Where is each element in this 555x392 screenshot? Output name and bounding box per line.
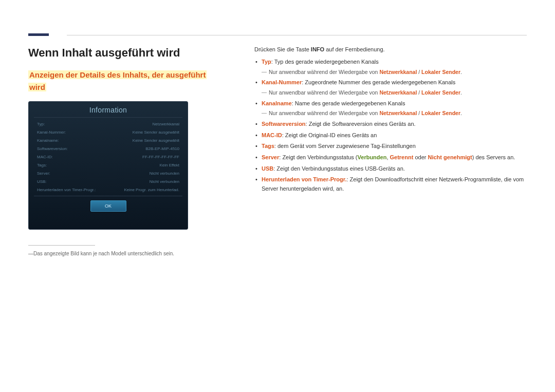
list-item: Tags: dem Gerät vom Server zugewiesene T…: [254, 142, 527, 151]
sub-note: Nur anwendbar während der Wiedergabe von…: [262, 109, 527, 118]
footnote: ―Das angezeigte Bild kann je nach Modell…: [28, 251, 213, 256]
intro-text: Drücken Sie die Taste INFO auf der Fernb…: [254, 46, 527, 52]
list-item: USB: Zeigt den Verbindungsstatus eines U…: [254, 164, 527, 174]
list-item: Kanal-Nummer: Zugeordnete Nummer des ger…: [254, 78, 527, 97]
row-label: Kanalname:: [37, 138, 59, 143]
row-label: Server:: [37, 171, 50, 176]
list-item: MAC-ID: Zeigt die Original-ID eines Gerä…: [254, 131, 527, 140]
table-row: USB:Nicht verbunden: [36, 177, 180, 185]
table-row: Typ:Netzwerkkanal: [36, 120, 180, 128]
table-row: Tags:Kein Effekt: [36, 161, 180, 169]
row-label: Kanal-Nummer:: [37, 130, 66, 135]
footnote-rule: [28, 245, 95, 246]
sub-note: Nur anwendbar während der Wiedergabe von…: [262, 88, 527, 97]
row-value: Nicht verbunden: [150, 179, 179, 184]
table-row: Kanal-Nummer:Keine Sender ausgewählt: [36, 128, 180, 136]
section-subtitle: Anzeigen der Details des Inhalts, der au…: [28, 70, 207, 91]
row-label: Typ:: [37, 122, 45, 126]
header-rule: [67, 35, 527, 35]
row-value: FF-FF-FF-FF-FF-FF: [142, 155, 179, 159]
row-label: USB:: [37, 179, 47, 184]
right-column: Drücken Sie die Taste INFO auf der Fernb…: [213, 46, 527, 256]
table-row: Herunterladen von Timer-Progr.:Keine Pro…: [36, 185, 180, 194]
left-column: Wenn Inhalt ausgeführt wird Anzeigen der…: [28, 46, 213, 256]
footnote-text: Das angezeigte Bild kann je nach Modell …: [33, 251, 174, 256]
list-item: Softwareversion: Zeigt die Softwareversi…: [254, 120, 527, 129]
row-label: Tags:: [37, 163, 47, 167]
header-accent: [28, 33, 49, 36]
list-item: Typ: Typ des gerade wiedergegebenen Kana…: [254, 58, 527, 76]
row-value: Netzwerkkanal: [153, 122, 179, 126]
info-key: INFO: [311, 46, 324, 52]
list-item: Server: Zeigt den Verbindungsstatus (Ver…: [254, 153, 527, 162]
sub-note: Nur anwendbar während der Wiedergabe von…: [262, 68, 527, 77]
information-panel: Information Typ:Netzwerkkanal Kanal-Numm…: [28, 101, 188, 230]
table-row: Softwareversion:B2B-EP-MIP-4510: [36, 144, 180, 153]
table-row: Kanalname:Keine Sender ausgewählt: [36, 136, 180, 144]
ok-button[interactable]: OK: [90, 200, 126, 212]
table-row: MAC-ID:FF-FF-FF-FF-FF-FF: [36, 153, 180, 161]
row-value: Nicht verbunden: [150, 171, 179, 176]
description-list: Typ: Typ des gerade wiedergegebenen Kana…: [254, 58, 527, 193]
page-title: Wenn Inhalt ausgeführt wird: [28, 46, 213, 60]
row-value: B2B-EP-MIP-4510: [145, 146, 179, 151]
row-label: MAC-ID:: [37, 155, 53, 159]
panel-body: Typ:Netzwerkkanal Kanal-Nummer:Keine Sen…: [34, 117, 182, 196]
panel-title: Information: [29, 102, 188, 117]
row-value: Keine Progr. zum Herunterlad.: [124, 188, 179, 192]
list-item: Kanalname: Name des gerade wiedergegeben…: [254, 99, 527, 118]
row-value: Keine Sender ausgewählt: [133, 130, 179, 135]
table-row: Server:Nicht verbunden: [36, 169, 180, 177]
list-item: Herunterladen von Timer-Progr.: Zeigt de…: [254, 175, 527, 193]
row-value: Keine Sender ausgewählt: [133, 138, 179, 143]
row-label: Herunterladen von Timer-Progr.:: [37, 188, 96, 192]
row-label: Softwareversion:: [37, 146, 68, 151]
row-value: Kein Effekt: [159, 163, 179, 167]
